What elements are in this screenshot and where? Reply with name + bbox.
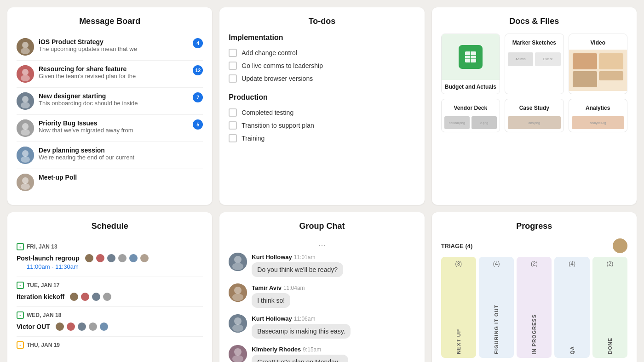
progress-col-count: (3) [455,260,462,267]
avatar [99,322,109,332]
todos-content: ImplementationAdd change controlGo live … [229,34,415,145]
message-content: Resourcing for share featureGiven the te… [39,65,188,79]
chat-bubble: Basecamp is making this easy. [252,324,351,339]
message-title: Priority Bug Issues [39,119,188,127]
doc-card[interactable]: Vendor Deck natural.png 2.png [441,99,500,133]
message-title: Dev planning session [39,147,203,154]
todo-checkbox[interactable] [229,74,237,83]
chat-content-block: Kurt Holloway11:01amDo you think we'll b… [252,253,415,277]
todo-item[interactable]: Go live comms to leadership [229,59,415,72]
chat-sender: Tamir Aviv [252,284,282,291]
message-item[interactable]: Meet-up Poll [17,169,203,196]
chat-time: 11:01am [294,254,316,260]
svg-point-27 [234,287,242,294]
doc-label: Case Study [505,99,563,115]
chat-sender: Kurt Holloway [252,315,292,322]
message-item[interactable]: iOS Product StrategyThe upcoming updates… [17,34,203,61]
docs-files-title: Docs & Files [441,17,627,26]
chat-sender: Kurt Holloway [252,254,292,260]
avatar [139,253,150,263]
docs-grid: Budget and ActualsMarker Sketches Ad min… [441,34,627,132]
group-chat-card: Group Chat ... Kurt Holloway11:01amDo yo… [219,212,424,362]
svg-point-8 [21,102,30,108]
todo-checkbox[interactable] [229,49,237,57]
chat-time: 11:06am [294,316,316,322]
svg-point-1 [22,42,29,48]
chat-content-block: Tamir Aviv11:04amI think so! [252,283,415,308]
schedule-event-name[interactable]: Post-launch regroup [17,253,203,263]
progress-board: (3)NEXT UP(4)FIGURING IT OUT(2)IN PROGRE… [441,257,627,358]
doc-card[interactable]: Video [569,34,627,94]
group-chat-title: Group Chat [229,221,415,231]
message-badge: 12 [193,65,203,75]
schedule-content: ▪FRI, JAN 13Post-launch regroup11:00am -… [17,238,203,356]
todo-checkbox[interactable] [229,62,237,70]
todo-checkbox[interactable] [229,134,237,142]
todo-item[interactable]: Completed testing [229,106,415,119]
message-content: New designer startingThis onboarding doc… [39,92,188,107]
svg-point-7 [22,96,29,102]
todo-item[interactable]: Training [229,132,415,145]
todo-section-title: Production [229,93,415,102]
todo-item[interactable]: Transition to support plan [229,119,415,132]
message-badge: 5 [193,119,203,130]
progress-column: (3)NEXT UP [441,257,476,358]
schedule-date: ▪THU, JAN 19 [17,341,203,349]
todo-checkbox[interactable] [229,108,237,117]
message-item[interactable]: Resourcing for share featureGiven the te… [17,61,203,88]
avatar [80,292,90,302]
progress-col-label: IN PROGRESS [531,314,537,354]
todo-label: Completed testing [242,109,293,116]
todo-label: Go live comms to leadership [242,62,323,69]
message-badge: 4 [193,38,203,48]
message-content: Meet-up Poll [39,174,203,181]
svg-point-14 [21,156,30,163]
svg-point-16 [22,177,29,184]
message-content: Dev planning sessionWe're nearing the en… [39,147,203,161]
svg-point-31 [232,324,243,332]
message-item[interactable]: New designer startingThis onboarding doc… [17,88,203,115]
todo-checkbox[interactable] [229,121,237,130]
avatar [69,292,79,302]
message-preview: This onboarding doc should be inside [39,100,188,107]
todo-item[interactable]: Add change control [229,46,415,59]
message-title: iOS Product Strategy [39,38,188,45]
progress-col-count: (4) [493,260,500,267]
message-preview: Given the team's revised plan for the [39,73,188,79]
svg-point-2 [21,48,30,54]
message-board-card: Message Board iOS Product StrategyThe up… [7,7,212,205]
main-grid: Message Board iOS Product StrategyThe up… [7,7,637,362]
todos-card: To-dos ImplementationAdd change controlG… [219,7,424,205]
svg-point-17 [21,183,30,190]
schedule-section: ▪WED, JAN 18Victor OUT [17,307,203,337]
svg-point-4 [22,69,29,75]
svg-point-10 [22,123,29,130]
progress-col-label: NEXT UP [456,329,461,354]
avatar [106,253,116,263]
chat-message-wrap: Kurt Holloway11:06amBasecamp is making t… [229,314,415,339]
message-item[interactable]: Priority Bug IssuesNow that we've migrat… [17,115,203,142]
calendar-icon: ▪ [17,282,24,289]
progress-column: (4)QA [554,257,589,358]
chat-content-block: Kurt Holloway11:06amBasecamp is making t… [252,314,415,339]
schedule-event-name[interactable]: Victor OUT [17,322,203,332]
message-item[interactable]: Dev planning sessionWe're nearing the en… [17,142,203,169]
progress-user-avatar [613,238,627,253]
doc-card[interactable]: Marker Sketches Ad min Eve nt [505,34,564,94]
schedule-date: ▪FRI, JAN 13 [17,243,203,250]
message-badge: 7 [193,92,203,102]
doc-card[interactable]: Analytics analytics-rg [569,99,627,133]
todo-item[interactable]: Update browser versions [229,72,415,85]
doc-card[interactable]: Budget and Actuals [441,34,500,94]
schedule-event-name[interactable]: Iteration kickoff [17,292,203,302]
todo-label: Training [242,135,264,142]
message-preview: The upcoming updates mean that we [39,45,188,52]
chat-avatar [229,345,247,362]
message-preview: We're nearing the end of our current [39,154,203,161]
doc-label: Analytics [569,99,627,115]
avatar [66,322,76,332]
chat-bubble: Do you think we'll be ready? [252,262,343,277]
chat-time: 9:15am [303,346,321,353]
avatar [117,253,127,263]
doc-card[interactable]: Case Study abs.png [505,99,564,133]
